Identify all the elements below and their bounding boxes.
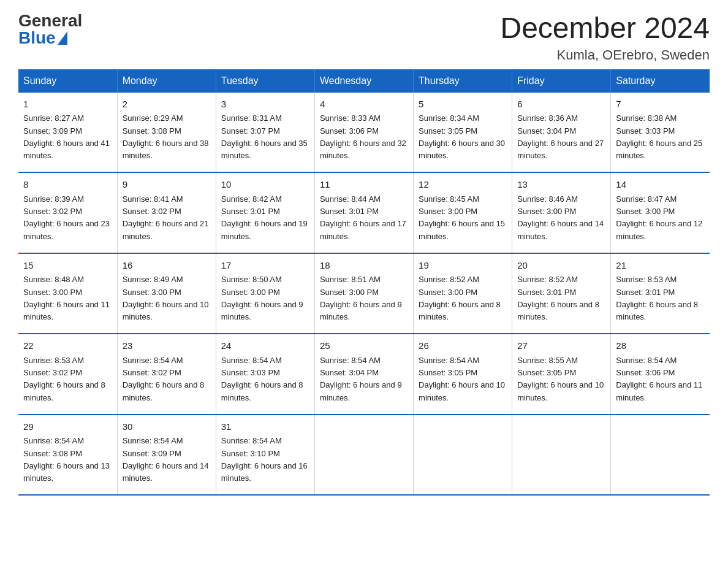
calendar-cell: 12Sunrise: 8:45 AMSunset: 3:00 PMDayligh… xyxy=(414,172,512,253)
day-info: Sunrise: 8:41 AMSunset: 3:02 PMDaylight:… xyxy=(123,194,209,241)
calendar-cell: 7Sunrise: 8:38 AMSunset: 3:03 PMDaylight… xyxy=(611,93,710,173)
day-number: 11 xyxy=(320,178,408,192)
calendar-cell xyxy=(314,415,413,496)
day-info: Sunrise: 8:36 AMSunset: 3:04 PMDaylight:… xyxy=(517,113,604,160)
calendar-cell: 13Sunrise: 8:46 AMSunset: 3:00 PMDayligh… xyxy=(512,172,611,253)
day-number: 30 xyxy=(123,420,211,434)
logo-general-text: General xyxy=(18,12,82,29)
day-number: 21 xyxy=(616,259,705,273)
calendar-week-row: 8Sunrise: 8:39 AMSunset: 3:02 PMDaylight… xyxy=(18,172,710,253)
weekday-header-row: SundayMondayTuesdayWednesdayThursdayFrid… xyxy=(18,69,710,93)
day-info: Sunrise: 8:54 AMSunset: 3:09 PMDaylight:… xyxy=(123,436,209,483)
day-info: Sunrise: 8:50 AMSunset: 3:00 PMDaylight:… xyxy=(221,275,303,321)
day-number: 3 xyxy=(221,98,309,112)
calendar-cell: 2Sunrise: 8:29 AMSunset: 3:08 PMDaylight… xyxy=(117,93,216,173)
day-info: Sunrise: 8:53 AMSunset: 3:02 PMDaylight:… xyxy=(23,356,105,402)
calendar-cell: 31Sunrise: 8:54 AMSunset: 3:10 PMDayligh… xyxy=(216,415,314,496)
day-info: Sunrise: 8:54 AMSunset: 3:05 PMDaylight:… xyxy=(419,356,505,402)
day-info: Sunrise: 8:54 AMSunset: 3:06 PMDaylight:… xyxy=(616,356,702,402)
calendar-cell: 19Sunrise: 8:52 AMSunset: 3:00 PMDayligh… xyxy=(414,253,512,334)
day-info: Sunrise: 8:52 AMSunset: 3:00 PMDaylight:… xyxy=(419,275,501,321)
logo-blue-text: Blue xyxy=(18,29,67,47)
day-info: Sunrise: 8:54 AMSunset: 3:03 PMDaylight:… xyxy=(221,356,303,402)
day-info: Sunrise: 8:27 AMSunset: 3:09 PMDaylight:… xyxy=(23,113,110,160)
calendar-cell: 21Sunrise: 8:53 AMSunset: 3:01 PMDayligh… xyxy=(611,253,710,334)
calendar-cell xyxy=(414,415,512,496)
day-number: 23 xyxy=(123,339,211,353)
calendar-cell: 11Sunrise: 8:44 AMSunset: 3:01 PMDayligh… xyxy=(314,172,413,253)
day-number: 24 xyxy=(221,339,309,353)
calendar-cell: 18Sunrise: 8:51 AMSunset: 3:00 PMDayligh… xyxy=(314,253,413,334)
calendar-week-row: 15Sunrise: 8:48 AMSunset: 3:00 PMDayligh… xyxy=(18,253,710,334)
weekday-header-friday: Friday xyxy=(512,69,611,93)
day-info: Sunrise: 8:54 AMSunset: 3:10 PMDaylight:… xyxy=(221,436,308,483)
day-number: 9 xyxy=(123,178,211,192)
month-title: December 2024 xyxy=(500,12,710,45)
calendar-cell: 16Sunrise: 8:49 AMSunset: 3:00 PMDayligh… xyxy=(117,253,216,334)
day-number: 1 xyxy=(23,98,112,112)
day-number: 19 xyxy=(419,259,507,273)
weekday-header-thursday: Thursday xyxy=(414,69,512,93)
day-info: Sunrise: 8:54 AMSunset: 3:02 PMDaylight:… xyxy=(123,356,205,402)
weekday-header-saturday: Saturday xyxy=(611,69,710,93)
day-info: Sunrise: 8:31 AMSunset: 3:07 PMDaylight:… xyxy=(221,113,308,160)
calendar-cell: 22Sunrise: 8:53 AMSunset: 3:02 PMDayligh… xyxy=(18,334,117,415)
day-number: 28 xyxy=(616,339,705,353)
day-info: Sunrise: 8:48 AMSunset: 3:00 PMDaylight:… xyxy=(23,275,110,321)
day-info: Sunrise: 8:54 AMSunset: 3:04 PMDaylight:… xyxy=(320,356,402,402)
calendar-cell: 14Sunrise: 8:47 AMSunset: 3:00 PMDayligh… xyxy=(611,172,710,253)
weekday-header-monday: Monday xyxy=(117,69,216,93)
day-number: 26 xyxy=(419,339,507,353)
weekday-header-wednesday: Wednesday xyxy=(314,69,413,93)
calendar-cell: 1Sunrise: 8:27 AMSunset: 3:09 PMDaylight… xyxy=(18,93,117,173)
calendar-cell: 25Sunrise: 8:54 AMSunset: 3:04 PMDayligh… xyxy=(314,334,413,415)
day-number: 5 xyxy=(419,98,507,112)
day-number: 17 xyxy=(221,259,309,273)
day-number: 27 xyxy=(517,339,605,353)
day-info: Sunrise: 8:51 AMSunset: 3:00 PMDaylight:… xyxy=(320,275,402,321)
calendar-cell: 10Sunrise: 8:42 AMSunset: 3:01 PMDayligh… xyxy=(216,172,314,253)
day-info: Sunrise: 8:47 AMSunset: 3:00 PMDaylight:… xyxy=(616,194,702,241)
day-info: Sunrise: 8:54 AMSunset: 3:08 PMDaylight:… xyxy=(23,436,110,483)
calendar-cell: 26Sunrise: 8:54 AMSunset: 3:05 PMDayligh… xyxy=(414,334,512,415)
calendar-cell: 27Sunrise: 8:55 AMSunset: 3:05 PMDayligh… xyxy=(512,334,611,415)
logo: General Blue xyxy=(18,12,82,47)
calendar-cell: 30Sunrise: 8:54 AMSunset: 3:09 PMDayligh… xyxy=(117,415,216,496)
day-number: 4 xyxy=(320,98,408,112)
day-info: Sunrise: 8:42 AMSunset: 3:01 PMDaylight:… xyxy=(221,194,308,241)
day-number: 20 xyxy=(517,259,605,273)
day-info: Sunrise: 8:55 AMSunset: 3:05 PMDaylight:… xyxy=(517,356,604,402)
day-info: Sunrise: 8:38 AMSunset: 3:03 PMDaylight:… xyxy=(616,113,702,160)
calendar-cell: 3Sunrise: 8:31 AMSunset: 3:07 PMDaylight… xyxy=(216,93,314,173)
calendar-cell: 17Sunrise: 8:50 AMSunset: 3:00 PMDayligh… xyxy=(216,253,314,334)
day-info: Sunrise: 8:29 AMSunset: 3:08 PMDaylight:… xyxy=(123,113,209,160)
day-number: 12 xyxy=(419,178,507,192)
day-info: Sunrise: 8:45 AMSunset: 3:00 PMDaylight:… xyxy=(419,194,505,241)
calendar-cell: 24Sunrise: 8:54 AMSunset: 3:03 PMDayligh… xyxy=(216,334,314,415)
day-number: 6 xyxy=(517,98,605,112)
day-number: 25 xyxy=(320,339,408,353)
day-number: 13 xyxy=(517,178,605,192)
calendar-cell: 23Sunrise: 8:54 AMSunset: 3:02 PMDayligh… xyxy=(117,334,216,415)
calendar-cell xyxy=(611,415,710,496)
weekday-header-sunday: Sunday xyxy=(18,69,117,93)
calendar-cell: 29Sunrise: 8:54 AMSunset: 3:08 PMDayligh… xyxy=(18,415,117,496)
page-header: General Blue December 2024 Kumla, OErebr… xyxy=(18,12,710,63)
calendar-cell: 5Sunrise: 8:34 AMSunset: 3:05 PMDaylight… xyxy=(414,93,512,173)
day-info: Sunrise: 8:33 AMSunset: 3:06 PMDaylight:… xyxy=(320,113,406,160)
calendar-week-row: 22Sunrise: 8:53 AMSunset: 3:02 PMDayligh… xyxy=(18,334,710,415)
logo-triangle-icon xyxy=(58,31,67,45)
day-info: Sunrise: 8:44 AMSunset: 3:01 PMDaylight:… xyxy=(320,194,406,241)
calendar-cell xyxy=(512,415,611,496)
calendar-cell: 20Sunrise: 8:52 AMSunset: 3:01 PMDayligh… xyxy=(512,253,611,334)
day-number: 7 xyxy=(616,98,705,112)
day-number: 8 xyxy=(23,178,112,192)
day-number: 10 xyxy=(221,178,309,192)
calendar-cell: 15Sunrise: 8:48 AMSunset: 3:00 PMDayligh… xyxy=(18,253,117,334)
day-number: 2 xyxy=(123,98,211,112)
calendar-week-row: 1Sunrise: 8:27 AMSunset: 3:09 PMDaylight… xyxy=(18,93,710,173)
day-number: 16 xyxy=(123,259,211,273)
day-info: Sunrise: 8:49 AMSunset: 3:00 PMDaylight:… xyxy=(123,275,209,321)
calendar-week-row: 29Sunrise: 8:54 AMSunset: 3:08 PMDayligh… xyxy=(18,415,710,496)
calendar-cell: 9Sunrise: 8:41 AMSunset: 3:02 PMDaylight… xyxy=(117,172,216,253)
